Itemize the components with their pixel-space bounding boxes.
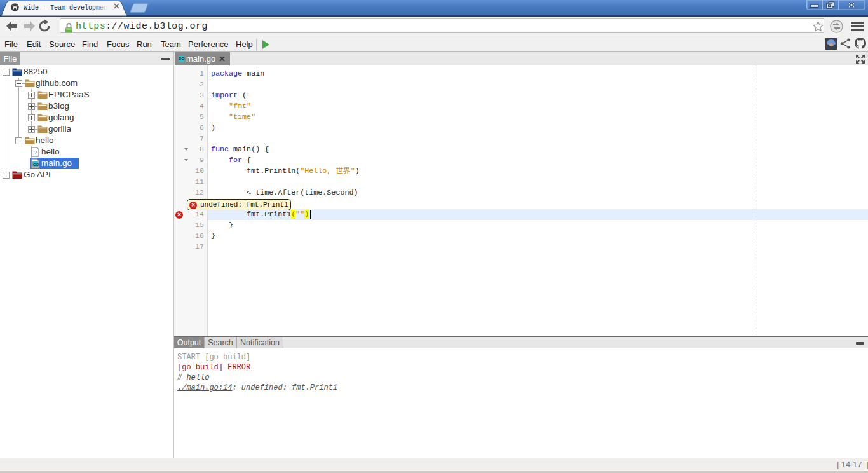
svg-text:GO: GO: [33, 163, 39, 167]
svg-text:?: ?: [34, 149, 37, 156]
